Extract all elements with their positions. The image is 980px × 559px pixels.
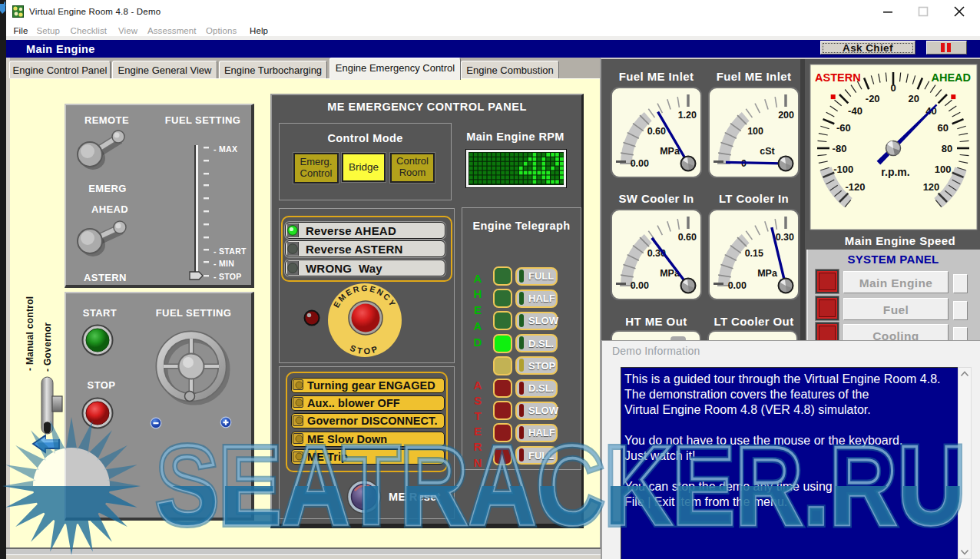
svg-text:r.p.m.: r.p.m. (881, 166, 909, 178)
svg-text:0: 0 (890, 82, 896, 94)
svg-text:100: 100 (747, 126, 763, 137)
svg-text:0.60: 0.60 (647, 126, 666, 137)
svg-text:-40: -40 (848, 105, 862, 117)
svg-text:0.60: 0.60 (678, 232, 697, 243)
svg-text:60: 60 (937, 122, 948, 134)
svg-text:-120: -120 (845, 181, 865, 193)
svg-text:0.30: 0.30 (776, 232, 794, 243)
svg-text:100: 100 (935, 164, 952, 175)
svg-text:AHEAD: AHEAD (931, 71, 971, 84)
svg-text:MPa: MPa (757, 268, 778, 279)
svg-text:1.20: 1.20 (678, 110, 697, 121)
svg-text:120: 120 (923, 181, 940, 193)
svg-text:0.00: 0.00 (728, 280, 747, 291)
svg-text:-60: -60 (836, 122, 851, 134)
svg-text:-80: -80 (833, 143, 847, 154)
svg-text:ASTERN: ASTERN (815, 71, 861, 84)
svg-text:0.00: 0.00 (631, 280, 649, 291)
svg-text:80: 80 (942, 143, 952, 154)
svg-text:20: 20 (909, 93, 919, 104)
svg-text:-100: -100 (833, 164, 853, 175)
svg-text:-20: -20 (866, 93, 880, 104)
svg-text:0.15: 0.15 (745, 248, 763, 259)
svg-text:200: 200 (778, 110, 794, 121)
svg-text:0.00: 0.00 (631, 158, 649, 169)
svg-text:cSt: cSt (760, 146, 775, 157)
